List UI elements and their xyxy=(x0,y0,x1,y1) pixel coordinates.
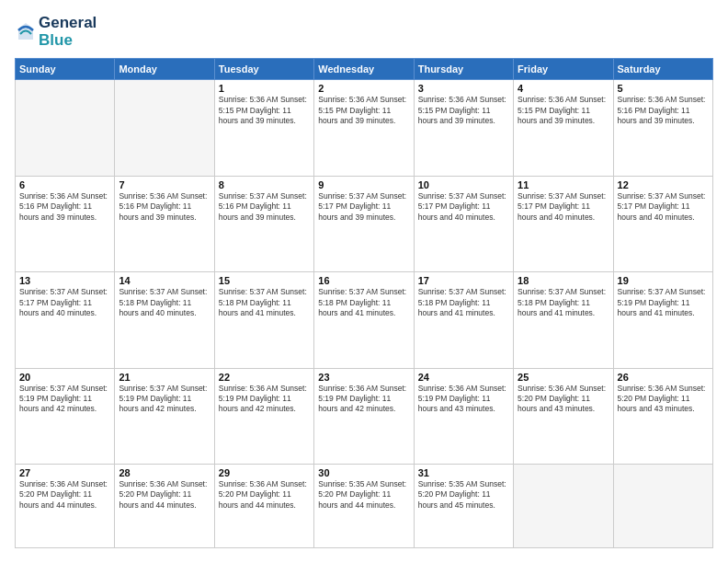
calendar-cell: 20Sunrise: 5:37 AM Sunset: 5:19 PM Dayli… xyxy=(16,368,115,464)
day-info: Sunrise: 5:36 AM Sunset: 5:19 PM Dayligh… xyxy=(418,384,509,415)
day-info: Sunrise: 5:36 AM Sunset: 5:20 PM Dayligh… xyxy=(518,384,609,415)
day-number: 26 xyxy=(618,372,709,383)
calendar-cell: 7Sunrise: 5:36 AM Sunset: 5:16 PM Daylig… xyxy=(115,176,214,271)
day-info: Sunrise: 5:37 AM Sunset: 5:18 PM Dayligh… xyxy=(418,287,509,318)
calendar-cell: 31Sunrise: 5:35 AM Sunset: 5:20 PM Dayli… xyxy=(414,464,513,547)
day-info: Sunrise: 5:35 AM Sunset: 5:20 PM Dayligh… xyxy=(318,479,409,511)
day-number: 21 xyxy=(119,372,210,383)
day-info: Sunrise: 5:37 AM Sunset: 5:17 PM Dayligh… xyxy=(618,191,709,223)
day-number: 5 xyxy=(618,83,709,94)
day-info: Sunrise: 5:36 AM Sunset: 5:15 PM Dayligh… xyxy=(318,95,409,126)
calendar-cell: 10Sunrise: 5:37 AM Sunset: 5:17 PM Dayli… xyxy=(414,176,513,271)
day-number: 25 xyxy=(518,372,609,383)
calendar-cell: 27Sunrise: 5:36 AM Sunset: 5:20 PM Dayli… xyxy=(16,464,115,547)
calendar-cell: 24Sunrise: 5:36 AM Sunset: 5:19 PM Dayli… xyxy=(414,368,513,464)
day-number: 10 xyxy=(418,179,509,190)
day-number: 31 xyxy=(418,467,509,478)
day-number: 7 xyxy=(119,179,210,190)
day-number: 13 xyxy=(19,275,110,286)
day-number: 18 xyxy=(518,275,609,286)
calendar-cell: 11Sunrise: 5:37 AM Sunset: 5:17 PM Dayli… xyxy=(514,176,613,271)
calendar-cell: 15Sunrise: 5:37 AM Sunset: 5:18 PM Dayli… xyxy=(214,272,313,368)
calendar-cell: 26Sunrise: 5:36 AM Sunset: 5:20 PM Dayli… xyxy=(613,368,712,464)
day-number: 22 xyxy=(219,372,310,383)
calendar-cell: 14Sunrise: 5:37 AM Sunset: 5:18 PM Dayli… xyxy=(115,272,214,368)
calendar-cell: 6Sunrise: 5:36 AM Sunset: 5:16 PM Daylig… xyxy=(16,176,115,271)
day-info: Sunrise: 5:37 AM Sunset: 5:18 PM Dayligh… xyxy=(219,287,310,318)
day-number: 19 xyxy=(618,275,709,286)
day-info: Sunrise: 5:36 AM Sunset: 5:16 PM Dayligh… xyxy=(119,191,210,223)
calendar-cell: 17Sunrise: 5:37 AM Sunset: 5:18 PM Dayli… xyxy=(414,272,513,368)
day-number: 28 xyxy=(119,467,210,478)
day-number: 8 xyxy=(219,179,310,190)
day-number: 17 xyxy=(418,275,509,286)
calendar-cell: 3Sunrise: 5:36 AM Sunset: 5:15 PM Daylig… xyxy=(414,80,513,176)
calendar-cell xyxy=(613,464,712,547)
day-number: 24 xyxy=(418,372,509,383)
calendar-cell: 8Sunrise: 5:37 AM Sunset: 5:16 PM Daylig… xyxy=(214,176,313,271)
calendar-cell: 23Sunrise: 5:36 AM Sunset: 5:19 PM Dayli… xyxy=(314,368,414,464)
weekday-header-tuesday: Tuesday xyxy=(214,59,313,80)
day-number: 3 xyxy=(418,83,509,94)
day-info: Sunrise: 5:37 AM Sunset: 5:18 PM Dayligh… xyxy=(119,287,210,318)
logo: General Blue xyxy=(15,15,97,49)
day-info: Sunrise: 5:36 AM Sunset: 5:16 PM Dayligh… xyxy=(19,191,110,223)
day-number: 23 xyxy=(318,372,409,383)
calendar-cell: 19Sunrise: 5:37 AM Sunset: 5:19 PM Dayli… xyxy=(613,272,712,368)
day-info: Sunrise: 5:36 AM Sunset: 5:19 PM Dayligh… xyxy=(318,384,409,415)
weekday-header-friday: Friday xyxy=(514,59,613,80)
header: General Blue xyxy=(15,15,713,49)
day-info: Sunrise: 5:37 AM Sunset: 5:16 PM Dayligh… xyxy=(219,191,310,223)
calendar-cell: 28Sunrise: 5:36 AM Sunset: 5:20 PM Dayli… xyxy=(115,464,214,547)
day-info: Sunrise: 5:37 AM Sunset: 5:17 PM Dayligh… xyxy=(19,287,110,318)
week-row-3: 13Sunrise: 5:37 AM Sunset: 5:17 PM Dayli… xyxy=(16,272,713,368)
calendar-cell: 5Sunrise: 5:36 AM Sunset: 5:16 PM Daylig… xyxy=(613,80,712,176)
calendar-cell: 18Sunrise: 5:37 AM Sunset: 5:18 PM Dayli… xyxy=(514,272,613,368)
calendar-cell: 4Sunrise: 5:36 AM Sunset: 5:15 PM Daylig… xyxy=(514,80,613,176)
logo-icon xyxy=(15,21,37,43)
calendar-cell: 29Sunrise: 5:36 AM Sunset: 5:20 PM Dayli… xyxy=(214,464,313,547)
day-info: Sunrise: 5:35 AM Sunset: 5:20 PM Dayligh… xyxy=(418,479,509,511)
calendar-table: SundayMondayTuesdayWednesdayThursdayFrid… xyxy=(15,58,713,548)
logo-text-blue: Blue xyxy=(39,32,97,50)
day-info: Sunrise: 5:36 AM Sunset: 5:20 PM Dayligh… xyxy=(19,479,110,511)
day-info: Sunrise: 5:37 AM Sunset: 5:18 PM Dayligh… xyxy=(518,287,609,318)
day-info: Sunrise: 5:37 AM Sunset: 5:19 PM Dayligh… xyxy=(618,287,709,318)
day-info: Sunrise: 5:36 AM Sunset: 5:15 PM Dayligh… xyxy=(418,95,509,126)
day-number: 11 xyxy=(518,179,609,190)
calendar-cell xyxy=(115,80,214,176)
day-number: 29 xyxy=(219,467,310,478)
logo-text-general: General xyxy=(39,15,97,32)
day-number: 2 xyxy=(318,83,409,94)
calendar-cell: 21Sunrise: 5:37 AM Sunset: 5:19 PM Dayli… xyxy=(115,368,214,464)
weekday-header-monday: Monday xyxy=(115,59,214,80)
week-row-1: 1Sunrise: 5:36 AM Sunset: 5:15 PM Daylig… xyxy=(16,80,713,176)
calendar-cell xyxy=(514,464,613,547)
calendar-cell: 13Sunrise: 5:37 AM Sunset: 5:17 PM Dayli… xyxy=(16,272,115,368)
week-row-4: 20Sunrise: 5:37 AM Sunset: 5:19 PM Dayli… xyxy=(16,368,713,464)
day-number: 14 xyxy=(119,275,210,286)
day-info: Sunrise: 5:37 AM Sunset: 5:17 PM Dayligh… xyxy=(318,191,409,223)
week-row-2: 6Sunrise: 5:36 AM Sunset: 5:16 PM Daylig… xyxy=(16,176,713,271)
day-number: 4 xyxy=(518,83,609,94)
day-info: Sunrise: 5:36 AM Sunset: 5:20 PM Dayligh… xyxy=(219,479,310,511)
weekday-header-thursday: Thursday xyxy=(414,59,513,80)
day-number: 30 xyxy=(318,467,409,478)
weekday-header-saturday: Saturday xyxy=(613,59,712,80)
day-number: 16 xyxy=(318,275,409,286)
day-info: Sunrise: 5:36 AM Sunset: 5:20 PM Dayligh… xyxy=(119,479,210,511)
day-info: Sunrise: 5:36 AM Sunset: 5:19 PM Dayligh… xyxy=(219,384,310,415)
day-info: Sunrise: 5:37 AM Sunset: 5:18 PM Dayligh… xyxy=(318,287,409,318)
calendar-cell: 1Sunrise: 5:36 AM Sunset: 5:15 PM Daylig… xyxy=(214,80,313,176)
day-number: 6 xyxy=(19,179,110,190)
calendar-cell: 2Sunrise: 5:36 AM Sunset: 5:15 PM Daylig… xyxy=(314,80,414,176)
week-row-5: 27Sunrise: 5:36 AM Sunset: 5:20 PM Dayli… xyxy=(16,464,713,547)
calendar-cell: 9Sunrise: 5:37 AM Sunset: 5:17 PM Daylig… xyxy=(314,176,414,271)
calendar-cell: 12Sunrise: 5:37 AM Sunset: 5:17 PM Dayli… xyxy=(613,176,712,271)
calendar-cell: 22Sunrise: 5:36 AM Sunset: 5:19 PM Dayli… xyxy=(214,368,313,464)
day-number: 15 xyxy=(219,275,310,286)
day-info: Sunrise: 5:37 AM Sunset: 5:19 PM Dayligh… xyxy=(19,384,110,415)
day-number: 27 xyxy=(19,467,110,478)
day-info: Sunrise: 5:36 AM Sunset: 5:16 PM Dayligh… xyxy=(618,95,709,126)
day-info: Sunrise: 5:37 AM Sunset: 5:17 PM Dayligh… xyxy=(518,191,609,223)
